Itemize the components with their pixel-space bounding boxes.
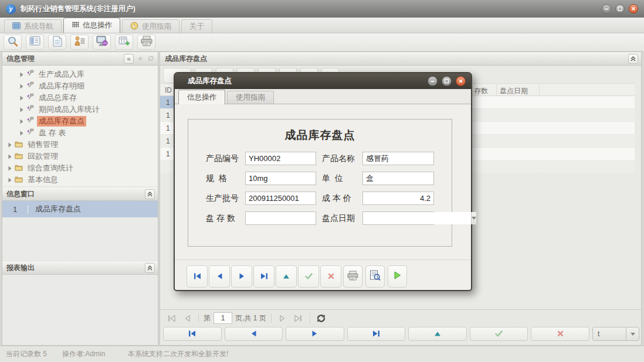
column-header-qty[interactable]: 存数 <box>474 86 488 96</box>
last-record-button[interactable] <box>347 327 406 341</box>
nav-square-icon <box>12 22 21 31</box>
tree-item-label: 成品库存盘点 <box>37 116 86 127</box>
maximize-button[interactable] <box>615 4 625 13</box>
cost-input[interactable] <box>362 192 434 205</box>
confirm-button[interactable] <box>470 327 528 341</box>
run-button[interactable] <box>388 265 407 288</box>
next-record-button[interactable] <box>286 327 344 341</box>
search-toolbar-button[interactable] <box>4 35 22 50</box>
printer-toolbar-button[interactable] <box>137 35 155 50</box>
cancel-button[interactable] <box>531 327 589 341</box>
tab-info-ops[interactable]: 信息操作 <box>63 18 120 33</box>
last-page-button[interactable] <box>292 312 305 325</box>
prev-record-button[interactable] <box>209 265 230 288</box>
cell-id: 1 <box>166 124 170 132</box>
print-preview-button[interactable] <box>365 265 385 288</box>
date-dropdown-button[interactable] <box>471 212 476 224</box>
next-page-button[interactable] <box>276 312 289 325</box>
info-window-row[interactable]: 1 成品库存盘点 <box>2 201 158 217</box>
unit-input[interactable] <box>362 172 434 185</box>
record-count-label: 当前记录数 5 <box>6 349 62 359</box>
dialog-close-button[interactable] <box>456 76 466 86</box>
tab-user-guide[interactable]: 使用指南 <box>122 19 179 33</box>
column-header-id[interactable]: ID <box>165 86 172 94</box>
table-add-toolbar-button[interactable] <box>115 35 133 50</box>
minimize-button[interactable] <box>602 4 611 13</box>
tree-item-stock-sheet[interactable]: 盘 存 表 <box>2 127 158 139</box>
collapse-sidebar-button[interactable]: « <box>124 54 134 64</box>
next-icon <box>239 271 245 282</box>
user-report-toolbar-button[interactable] <box>70 35 89 50</box>
first-icon <box>194 271 201 282</box>
print-button[interactable] <box>343 265 362 288</box>
spec-input[interactable] <box>245 172 316 185</box>
tree-item-period-stats[interactable]: 期间成品入库统计 <box>2 104 158 115</box>
tab-system-nav[interactable]: 系统导航 <box>4 19 62 33</box>
next-record-button[interactable] <box>231 265 252 288</box>
cell-id: 1 <box>166 137 170 145</box>
tree-item-label: 回款管理 <box>26 151 60 162</box>
up-triangle-icon <box>283 271 290 282</box>
dropdown-arrow-button[interactable] <box>626 327 639 340</box>
confirm-button[interactable] <box>298 265 319 288</box>
batch-input[interactable] <box>245 192 316 205</box>
stocktake-date-input[interactable] <box>363 212 471 224</box>
monitor-globe-toolbar-button[interactable] <box>93 35 111 50</box>
dialog-tab-guide[interactable]: 使用指南 <box>227 91 274 104</box>
stocktake-date-label: 盘点日期 <box>322 213 355 224</box>
product-name-label: 产品名称 <box>322 153 355 164</box>
type-dropdown[interactable]: t <box>592 327 639 341</box>
collapse-panel-button[interactable] <box>628 54 638 64</box>
column-header-date[interactable]: 盘点日期 <box>500 86 528 96</box>
product-code-input[interactable] <box>245 152 316 165</box>
first-record-button[interactable] <box>187 265 208 288</box>
last-icon <box>260 271 268 282</box>
refresh-icon[interactable] <box>147 54 155 63</box>
tree-item-production-inbound[interactable]: 生产成品入库 <box>2 69 158 80</box>
data-window-toolbar-button[interactable] <box>26 35 44 50</box>
data-window-icon <box>29 36 41 49</box>
prev-page-button[interactable] <box>181 312 194 325</box>
info-manage-panel-header: 信息管理 « + <box>2 52 158 66</box>
dialog-button-bar <box>175 259 471 290</box>
status-bar: 当前记录数 5 操作者:Admin 本系统支持二次开发和全新开发! <box>0 346 644 362</box>
tree-folder-query-stats[interactable]: 综合查询统计 <box>2 162 158 174</box>
tree-folder-base-info[interactable]: 基本信息 <box>2 174 158 186</box>
tree-item-stocktake[interactable]: 成品库存盘点 <box>2 115 158 127</box>
page-number-input[interactable] <box>213 312 232 324</box>
close-button[interactable] <box>629 4 638 13</box>
dialog-maximize-button[interactable] <box>442 76 452 86</box>
tab-about[interactable]: 关于 <box>181 19 212 33</box>
prev-record-button[interactable] <box>225 327 283 341</box>
tree-item-label: 盘 存 表 <box>37 128 67 138</box>
tree-folder-payment[interactable]: 回款管理 <box>2 151 158 162</box>
add-icon[interactable]: + <box>136 54 144 63</box>
stock-count-input[interactable] <box>245 211 316 225</box>
refresh-button[interactable] <box>315 312 328 325</box>
stocktake-date-combo <box>362 211 434 225</box>
main-toolbar <box>0 33 644 52</box>
tree-item-stock-detail[interactable]: 成品库存明细 <box>2 80 158 92</box>
edit-record-button[interactable] <box>276 265 297 288</box>
first-page-button[interactable] <box>165 312 178 325</box>
page-prefix-label: 第 <box>204 313 211 323</box>
tree-folder-sales[interactable]: 销售管理 <box>2 139 158 151</box>
dialog-titlebar[interactable]: 成品库存盘点 <box>175 73 471 89</box>
tab-label: 关于 <box>189 22 204 32</box>
first-record-button[interactable] <box>163 327 222 341</box>
tab-label: 信息操作 <box>83 21 112 30</box>
collapse-panel-button[interactable] <box>145 189 155 199</box>
last-record-button[interactable] <box>253 265 274 288</box>
tool-icon <box>26 81 34 91</box>
document-toolbar-button[interactable] <box>48 35 66 50</box>
dialog-tab-info-ops[interactable]: 信息操作 <box>178 90 225 104</box>
cost-label: 成 本 价 <box>322 193 351 204</box>
collapse-panel-button[interactable] <box>145 263 155 273</box>
product-name-input[interactable] <box>362 152 434 165</box>
dialog-minimize-button[interactable] <box>428 76 438 86</box>
edit-record-button[interactable] <box>408 327 467 341</box>
cancel-button[interactable] <box>320 265 341 288</box>
tool-icon <box>26 105 34 114</box>
tree-item-total-stock[interactable]: 成品总库存 <box>2 92 158 104</box>
folder-icon <box>15 164 23 173</box>
